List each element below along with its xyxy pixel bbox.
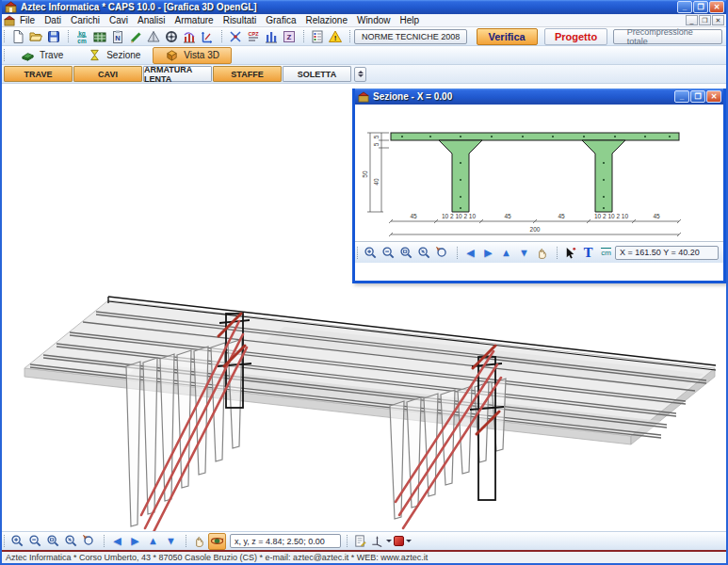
zoom-previous-button[interactable]: [80, 533, 98, 550]
menu-grafica[interactable]: Grafica: [261, 15, 300, 25]
menu-window[interactable]: Window: [352, 15, 396, 25]
report-button[interactable]: [308, 28, 326, 45]
section-pan-up-button[interactable]: ▲: [497, 244, 515, 261]
section-print-button[interactable]: [722, 244, 726, 261]
new-document-button[interactable]: [8, 28, 26, 45]
menu-help[interactable]: Help: [396, 15, 425, 25]
pan-down-button[interactable]: ▼: [162, 533, 180, 550]
axes-button[interactable]: [198, 28, 216, 45]
menu-cavi[interactable]: Cavi: [105, 15, 133, 25]
pan-right-button[interactable]: ▶: [126, 533, 144, 550]
section-pan-left-button[interactable]: ◀: [461, 244, 479, 261]
section-minimize-button[interactable]: _: [674, 90, 689, 103]
menu-risultati[interactable]: Risultati: [218, 15, 262, 25]
section-zoom-previous-button[interactable]: [433, 244, 451, 261]
graphics-3d-canvas[interactable]: Sezione - X = 0.00 _ ❐ ✕: [2, 84, 726, 531]
combinations-button[interactable]: [226, 28, 244, 45]
menu-file[interactable]: File: [15, 15, 40, 25]
tab-trave[interactable]: TRAVE: [4, 66, 73, 82]
sezione-view-button[interactable]: Sezione: [75, 47, 153, 64]
sezione-view-label: Sezione: [106, 50, 140, 60]
section-maximize-button[interactable]: ❐: [690, 90, 705, 103]
pan-left-button[interactable]: ◀: [108, 533, 126, 550]
pan-up-button[interactable]: ▲: [144, 533, 162, 550]
zoom-in-button[interactable]: [8, 533, 26, 550]
zoom-extents-button[interactable]: [62, 533, 80, 550]
section-zoom-out-button[interactable]: [380, 244, 397, 261]
section-pan-down-button[interactable]: ▼: [515, 244, 533, 261]
section-zoom-window-button[interactable]: [397, 244, 415, 261]
clipboard-n-icon: N: [110, 29, 125, 44]
maximize-button[interactable]: ❐: [693, 1, 708, 13]
section-zoom-in-button[interactable]: [362, 244, 380, 261]
section-close-button[interactable]: ✕: [706, 90, 721, 103]
section-mod-button[interactable]: Z: [280, 28, 298, 45]
close-button[interactable]: ✕: [709, 1, 724, 13]
verifica-button[interactable]: Verifica: [477, 28, 538, 45]
norme-tecniche-button[interactable]: NORME TECNICHE 2008: [354, 29, 467, 44]
save-button[interactable]: [44, 28, 62, 45]
vista3d-view-button[interactable]: Vista 3D: [153, 47, 232, 64]
geometry-button[interactable]: [144, 28, 162, 45]
diagram-button[interactable]: [180, 28, 198, 45]
section-pan-hand-button[interactable]: [533, 244, 551, 261]
menu-armature[interactable]: Armature: [170, 15, 218, 25]
section-window-icon: [358, 91, 369, 103]
dim-bottom-4: 45: [558, 213, 565, 219]
section-text-button[interactable]: T: [579, 244, 597, 261]
menu-analisi[interactable]: Analisi: [133, 15, 170, 25]
orbit-rotate-button[interactable]: [208, 533, 226, 550]
zoom-out-icon: [28, 534, 42, 548]
menu-dati[interactable]: Dati: [40, 15, 66, 25]
section-z-icon: Z: [282, 29, 297, 44]
tab-armatura-lenta[interactable]: ARMATURA LENTA: [143, 66, 212, 82]
open-file-button[interactable]: [26, 28, 44, 45]
red-chart-icon: [182, 29, 197, 44]
dim-bottom-5: 10 2 10 2 10: [594, 213, 629, 219]
properties-button[interactable]: N: [108, 28, 126, 45]
section-coordinates-field[interactable]: [615, 246, 719, 260]
section-window[interactable]: Sezione - X = 0.00 _ ❐ ✕: [352, 89, 726, 283]
coordinates-field[interactable]: [230, 534, 341, 548]
edit-button[interactable]: [126, 28, 144, 45]
section-window-titlebar[interactable]: Sezione - X = 0.00 _ ❐ ✕: [355, 89, 723, 105]
dim-bottom-1: 45: [410, 213, 417, 219]
minimize-button[interactable]: _: [677, 1, 692, 13]
tab-staffe[interactable]: STAFFE: [213, 66, 282, 82]
trave-view-button[interactable]: Trave: [8, 47, 75, 64]
zoom-window-button[interactable]: [44, 533, 62, 550]
units-button[interactable]: kg cm: [73, 28, 90, 45]
section-zoom-extents-button[interactable]: [415, 244, 433, 261]
loads-button[interactable]: [162, 28, 180, 45]
cpz-button[interactable]: CPZ: [244, 28, 262, 45]
tab-cavi[interactable]: CAVI: [73, 66, 142, 82]
section-window-title: Sezione - X = 0.00: [373, 91, 673, 102]
axes-display-button[interactable]: [369, 533, 393, 550]
main-pan-group: ◀ ▶ ▲ ▼: [102, 532, 184, 550]
zoom-out-button[interactable]: [26, 533, 44, 550]
status-text: Aztec Informatica * Corso Umberto, 43 * …: [6, 553, 428, 562]
menu-carichi[interactable]: Carichi: [66, 15, 105, 25]
warnings-button[interactable]: !: [326, 28, 344, 45]
main-display-group: [345, 532, 416, 550]
arrow-left-icon: ◀: [466, 248, 474, 258]
section-unit-button[interactable]: cm: [597, 244, 615, 261]
section-select-button[interactable]: [561, 244, 579, 261]
section-pan-right-button[interactable]: ▶: [479, 244, 497, 261]
progetto-button[interactable]: Progetto: [544, 28, 607, 45]
render-mode-button[interactable]: [393, 533, 413, 550]
mdi-close-button[interactable]: ✕: [712, 15, 724, 25]
histogram-button[interactable]: [262, 28, 280, 45]
section-drawing-area[interactable]: 50 5 5 40: [355, 105, 723, 242]
orbit-3d-icon: [210, 534, 224, 548]
report-edit-button[interactable]: [351, 533, 369, 550]
pan-hand-button[interactable]: [190, 533, 208, 550]
precompressione-button[interactable]: Precompressione totale: [613, 29, 722, 44]
mdi-restore-button[interactable]: ❐: [699, 15, 711, 25]
data-toolbar-group: kg cm N: [66, 27, 219, 45]
tab-overflow-button[interactable]: [354, 67, 366, 82]
mdi-minimize-button[interactable]: _: [686, 15, 698, 25]
menu-relazione[interactable]: Relazione: [300, 15, 351, 25]
materials-button[interactable]: [90, 28, 108, 45]
tab-soletta[interactable]: SOLETTA: [283, 66, 351, 82]
